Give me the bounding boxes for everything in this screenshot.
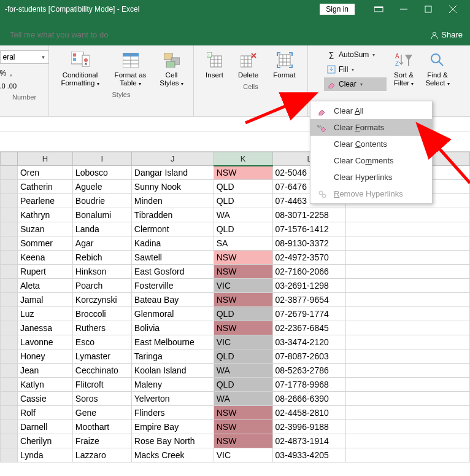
cell[interactable]: 03-4933-4205 [272, 448, 346, 462]
cell[interactable]: QLD [214, 180, 272, 194]
find-select-button[interactable]: Find &Select ▾ [421, 48, 454, 90]
cell[interactable]: 02-7160-2066 [272, 265, 346, 279]
row-header[interactable] [1, 208, 18, 222]
cell[interactable]: Agar [72, 236, 131, 251]
cell[interactable]: VIC [214, 448, 272, 462]
cell[interactable]: Lobosco [72, 166, 131, 180]
cell[interactable] [346, 321, 470, 335]
cell[interactable]: Pearlene [17, 194, 72, 208]
cell[interactable]: Keena [17, 251, 72, 265]
cell[interactable]: 02-4873-1914 [272, 434, 346, 448]
comma-button[interactable]: , [10, 66, 12, 80]
cell[interactable]: Hinkson [72, 265, 131, 279]
cell[interactable]: 03-3474-2120 [272, 335, 346, 349]
share-button[interactable]: Share [423, 25, 470, 45]
cell[interactable]: Honey [17, 349, 72, 364]
cell[interactable]: Clermont [131, 222, 214, 236]
row-header[interactable] [1, 194, 18, 208]
cell[interactable]: Janessa [17, 321, 72, 335]
selectall-corner[interactable] [1, 152, 18, 166]
row-header[interactable] [1, 307, 18, 321]
cell[interactable]: Sawtell [131, 251, 214, 265]
cell[interactable]: VIC [214, 335, 272, 349]
cell[interactable]: Rupert [17, 265, 72, 279]
cell[interactable]: 03-2691-1298 [272, 279, 346, 293]
cell[interactable]: Broccoli [72, 307, 131, 321]
cell[interactable]: Fraize [72, 434, 131, 448]
row-header[interactable] [1, 406, 18, 420]
insert-button[interactable]: + Insert [199, 48, 230, 82]
row-header[interactable] [1, 279, 18, 293]
cell[interactable] [346, 448, 470, 462]
cell[interactable]: 08-3071-2258 [272, 208, 346, 222]
cell[interactable]: NSW [214, 406, 272, 420]
clear-all-item[interactable]: Clear All [310, 103, 432, 119]
row-header[interactable] [1, 180, 18, 194]
cell[interactable]: NSW [214, 293, 272, 307]
cell[interactable]: Bonalumi [72, 208, 131, 222]
cell[interactable]: 08-5263-2786 [272, 364, 346, 378]
cell[interactable]: NSW [214, 265, 272, 279]
cell[interactable]: Bolivia [131, 321, 214, 335]
col-header-K[interactable]: K [214, 152, 272, 166]
cell[interactable]: Esco [72, 335, 131, 349]
cell[interactable] [346, 378, 470, 392]
cell[interactable]: QLD [214, 349, 272, 364]
cell[interactable]: Kathryn [17, 208, 72, 222]
row-header[interactable] [1, 293, 18, 307]
cell[interactable]: Aleta [17, 279, 72, 293]
cell[interactable]: Moothart [72, 420, 131, 434]
cell[interactable]: NSW [214, 434, 272, 448]
cell[interactable] [346, 406, 470, 420]
cell[interactable]: QLD [214, 307, 272, 321]
cell[interactable]: Landa [72, 222, 131, 236]
cell[interactable]: East Melbourne [131, 335, 214, 349]
cell[interactable]: Sommer [17, 236, 72, 251]
cell[interactable]: Darnell [17, 420, 72, 434]
row-header[interactable] [1, 236, 18, 251]
cell[interactable]: Luz [17, 307, 72, 321]
conditional-formatting-button[interactable]: ConditionalFormatting ▾ [54, 48, 107, 90]
close-button[interactable] [441, 0, 465, 18]
cell[interactable]: Boudrie [72, 194, 131, 208]
col-header-J[interactable]: J [131, 152, 214, 166]
cell[interactable] [346, 293, 470, 307]
decimal-buttons[interactable]: .0 .00 [0, 82, 17, 90]
col-header-I[interactable]: I [72, 152, 131, 166]
cell[interactable]: Cecchinato [72, 364, 131, 378]
cell[interactable]: WA [214, 364, 272, 378]
cell[interactable] [346, 392, 470, 406]
cell[interactable]: Dangar Island [131, 166, 214, 180]
sort-filter-button[interactable]: AZ Sort &Filter ▾ [388, 48, 420, 90]
cell[interactable]: NSW [214, 166, 272, 180]
cell[interactable]: Rose Bay North [131, 434, 214, 448]
delete-button[interactable]: Delete [231, 48, 266, 82]
cell[interactable]: Flinders [131, 406, 214, 420]
cell[interactable]: Soros [72, 392, 131, 406]
cell[interactable]: 08-9130-3372 [272, 236, 346, 251]
cell[interactable] [346, 307, 470, 321]
ribbon-options-icon[interactable] [367, 0, 391, 18]
row-header[interactable] [1, 222, 18, 236]
cell[interactable]: Flitcroft [72, 378, 131, 392]
cell[interactable]: Rebich [72, 251, 131, 265]
autosum-button[interactable]: ∑ AutoSum ▾ [324, 48, 387, 61]
cell[interactable]: SA [214, 236, 272, 251]
cell[interactable]: 02-3877-9654 [272, 293, 346, 307]
cell[interactable]: 02-4972-3570 [272, 251, 346, 265]
cell[interactable]: Katlyn [17, 378, 72, 392]
cell[interactable]: Ruthers [72, 321, 131, 335]
cell[interactable]: Lynda [17, 448, 72, 462]
cell[interactable]: Oren [17, 166, 72, 180]
cell[interactable]: Empire Bay [131, 420, 214, 434]
cell[interactable]: Glenmoral [131, 307, 214, 321]
number-format-dropdown[interactable]: eral ▼ [0, 50, 49, 64]
cell[interactable]: 02-4458-2810 [272, 406, 346, 420]
cell-styles-button[interactable]: CellStyles ▾ [155, 48, 189, 90]
cell[interactable]: 07-1778-9968 [272, 378, 346, 392]
cell[interactable] [346, 434, 470, 448]
cell[interactable]: Bateau Bay [131, 293, 214, 307]
cell[interactable]: Sunny Nook [131, 180, 214, 194]
cell[interactable]: Macks Creek [131, 448, 214, 462]
cell[interactable] [346, 335, 470, 349]
